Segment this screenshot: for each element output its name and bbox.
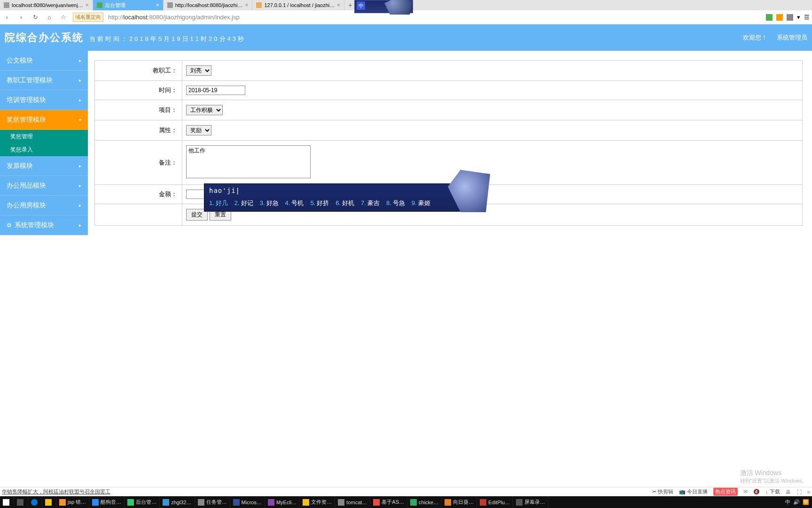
sidebar-item[interactable]: 奖惩管理模块▾ xyxy=(0,110,88,130)
home-icon[interactable]: ⌂ xyxy=(45,14,54,21)
ime-candidate[interactable]: 8.号急 xyxy=(386,199,405,207)
reload-icon[interactable]: ↻ xyxy=(31,14,40,21)
sidebar-toggle-icon[interactable]: ☰ xyxy=(804,14,810,21)
ticker-item[interactable]: ✂ 快剪辑 xyxy=(652,488,673,495)
tray-network-icon[interactable]: 🛜 xyxy=(803,499,809,505)
explorer-button[interactable] xyxy=(42,496,56,508)
remark-textarea[interactable]: 他工作 xyxy=(186,145,311,178)
browser-tab[interactable]: 127.0.0.1 / localhost / jiaozhi…× xyxy=(252,0,344,10)
taskbar-app[interactable]: zhgl32… xyxy=(160,496,195,508)
taskbar-label: 任务管… xyxy=(206,499,227,506)
label-attribute: 属性： xyxy=(95,120,182,141)
ime-candidate[interactable]: 4.号机 xyxy=(285,199,304,207)
taskbar-app[interactable]: chicke… xyxy=(407,496,442,508)
browser-tab[interactable]: http://localhost:8080/jiaozhi…× xyxy=(164,0,253,10)
taskbar-app[interactable]: 后台管… xyxy=(125,496,160,508)
taskbar-app[interactable]: EditPlu… xyxy=(477,496,513,508)
sidebar-item-label: 发票模块 xyxy=(7,162,33,170)
ime-candidate[interactable]: 3.好急 xyxy=(260,199,279,207)
ime-candidate[interactable]: 7.豪吉 xyxy=(361,199,380,207)
ime-candidate[interactable]: 5.好挤 xyxy=(310,199,329,207)
taskbar-app[interactable]: Micros… xyxy=(230,496,265,508)
system-tray[interactable]: 中 🔊 🛜 xyxy=(785,499,812,506)
chevron-icon: ▸ xyxy=(79,163,81,168)
taskbar-app[interactable]: MyEcli… xyxy=(265,496,300,508)
app-icon xyxy=(445,499,451,506)
chat-icon[interactable]: ✉ xyxy=(743,489,748,495)
chevron-icon: ▸ xyxy=(79,78,81,83)
taskview-button[interactable] xyxy=(14,496,28,508)
mute-icon[interactable]: 🔇 xyxy=(753,489,760,495)
app-icon xyxy=(198,499,204,506)
edge-button[interactable] xyxy=(28,496,42,508)
project-select[interactable]: 工作积极 xyxy=(186,105,223,115)
ticker-news[interactable]: 华销售降幅扩大，阿根廷油籽联盟号召全国罢工 xyxy=(2,488,110,495)
sidebar-item[interactable]: 教职工管理模块▸ xyxy=(0,71,88,90)
settings-icon[interactable]: ≡ xyxy=(807,489,810,495)
expand-icon[interactable]: ⛶ xyxy=(796,489,802,495)
star-icon[interactable]: ☆ xyxy=(59,14,68,21)
taskbar-app[interactable]: tomcat… xyxy=(335,496,370,508)
time-input[interactable] xyxy=(186,86,245,95)
browser-tab[interactable]: 后台管理× xyxy=(93,0,164,10)
taskbar-app[interactable]: 任务管… xyxy=(195,496,230,508)
forward-icon[interactable]: › xyxy=(16,14,26,21)
back-icon[interactable]: ‹ xyxy=(2,14,12,21)
app-icon xyxy=(410,499,417,506)
taskbar-app[interactable]: jsp 错… xyxy=(56,496,89,508)
app-icon xyxy=(480,499,486,506)
sidebar-item-label: 培训管理模块 xyxy=(7,96,46,104)
sidebar-subitem[interactable]: 奖惩录入 xyxy=(0,143,88,156)
taskbar-app[interactable]: 向日葵… xyxy=(442,496,477,508)
ime-candidate[interactable]: 6.好机 xyxy=(336,199,354,207)
ticker-item[interactable]: 📺 今日直播 xyxy=(679,488,708,495)
user-role[interactable]: 系统管理员 xyxy=(777,33,807,42)
start-button[interactable] xyxy=(0,496,14,508)
ime-candidate[interactable]: 9.豪姬 xyxy=(412,199,430,207)
current-time: 当前时间：2018年5月19日11时20分43秒 xyxy=(89,35,246,43)
ime-candidate[interactable]: 1.好几 xyxy=(209,199,228,207)
taskbar-app[interactable]: 基于AS… xyxy=(370,496,407,508)
taskbar-label: MyEcli… xyxy=(276,500,297,505)
sidebar-item[interactable]: 系统管理模块▸ xyxy=(0,215,88,235)
sidebar-item[interactable]: 办公用品模块▸ xyxy=(0,176,88,196)
taskbar-app[interactable]: 屏幕录… xyxy=(513,496,548,508)
url-display[interactable]: http://localhost:8080/jiaozhigong/admin/… xyxy=(108,14,240,21)
taskbar-label: EditPlu… xyxy=(488,500,510,505)
label-project: 项目： xyxy=(95,100,182,120)
browser-tab[interactable]: localhost:8080/wenjuan/wenj…× xyxy=(0,0,93,10)
tray-ime-icon[interactable]: 中 xyxy=(785,499,790,506)
app-icon xyxy=(268,499,274,506)
taskbar-app[interactable]: 酷狗音… xyxy=(89,496,125,508)
close-icon[interactable]: × xyxy=(86,2,89,8)
close-icon[interactable]: × xyxy=(245,2,248,8)
attribute-select[interactable]: 奖励 xyxy=(186,125,211,135)
ime-candidate-bar[interactable]: hao'ji 1.好几2.好记3.好急4.号机5.好挤6.好机7.豪吉8.号急9… xyxy=(204,183,476,212)
chevron-icon: ▸ xyxy=(79,222,81,228)
extension-icon[interactable] xyxy=(776,14,783,21)
teacher-select[interactable]: 刘亮 xyxy=(186,65,211,76)
tab-title: http://localhost:8080/jiaozhi… xyxy=(175,2,243,8)
sidebar-item[interactable]: 公文模块▸ xyxy=(0,51,88,71)
sidebar-item[interactable]: 办公用房模块▸ xyxy=(0,196,88,215)
menu-icon[interactable]: ▾ xyxy=(797,14,800,21)
extension-icon[interactable] xyxy=(766,14,773,21)
favicon-icon xyxy=(256,2,262,8)
sidebar-subitem[interactable]: 奖惩管理 xyxy=(0,130,88,143)
close-icon[interactable]: × xyxy=(337,2,340,8)
sidebar-item[interactable]: 发票模块▸ xyxy=(0,156,88,176)
taskbar-label: tomcat… xyxy=(346,500,367,505)
ticker-item[interactable]: ↓ 下载 xyxy=(765,488,780,495)
ime-candidate[interactable]: 2.好记 xyxy=(234,199,253,207)
extension-icon[interactable] xyxy=(787,14,793,21)
watermark-line2: 转到"设置"以激活 Windows。 xyxy=(740,477,808,484)
taskbar-app[interactable]: 文件资… xyxy=(300,496,335,508)
windows-activation-watermark: 激活 Windows 转到"设置"以激活 Windows。 xyxy=(740,469,808,484)
ticker-hot[interactable]: 热点资讯 xyxy=(713,488,738,496)
sidebar-item[interactable]: 培训管理模块▸ xyxy=(0,90,88,110)
ime-status-widget[interactable]: 中 xyxy=(354,0,413,13)
tray-sound-icon[interactable]: 🔊 xyxy=(793,499,800,505)
windows-icon xyxy=(3,499,9,506)
close-icon[interactable]: × xyxy=(156,2,159,8)
print-icon[interactable]: 🖶 xyxy=(786,489,791,495)
